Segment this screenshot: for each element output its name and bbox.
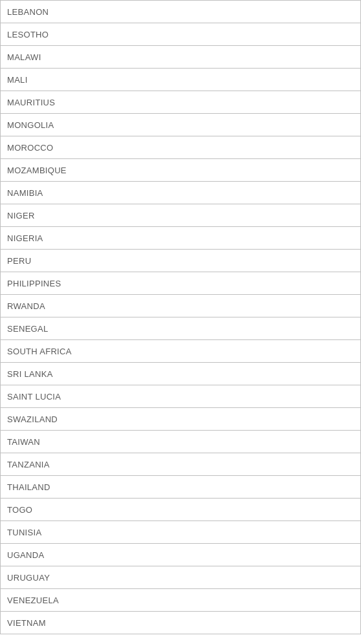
- country-cell: THAILAND: [1, 476, 361, 499]
- table-row: VENEZUELA: [1, 589, 361, 612]
- country-list-body: LEBANON LESOTHO MALAWI MALI MAURITIUS MO…: [1, 1, 361, 634]
- country-cell: MALAWI: [1, 46, 361, 69]
- country-cell: MALI: [1, 69, 361, 91]
- country-cell: SWAZILAND: [1, 408, 361, 431]
- country-cell: NIGERIA: [1, 227, 361, 250]
- table-row: URUGUAY: [1, 566, 361, 589]
- table-row: LESOTHO: [1, 23, 361, 46]
- table-row: MOZAMBIQUE: [1, 159, 361, 182]
- country-cell: TANZANIA: [1, 453, 361, 476]
- country-cell: MOROCCO: [1, 136, 361, 159]
- table-row: SENEGAL: [1, 317, 361, 340]
- table-row: UGANDA: [1, 544, 361, 566]
- table-row: TAIWAN: [1, 431, 361, 453]
- country-cell: LESOTHO: [1, 23, 361, 46]
- table-row: LEBANON: [1, 1, 361, 23]
- table-row: TANZANIA: [1, 453, 361, 476]
- table-row: MAURITIUS: [1, 91, 361, 114]
- country-cell: MOZAMBIQUE: [1, 159, 361, 182]
- country-cell: TAIWAN: [1, 431, 361, 453]
- table-row: SOUTH AFRICA: [1, 340, 361, 363]
- country-cell: MAURITIUS: [1, 91, 361, 114]
- country-cell: URUGUAY: [1, 566, 361, 589]
- country-cell: VENEZUELA: [1, 589, 361, 612]
- country-cell: NAMIBIA: [1, 182, 361, 204]
- country-cell: MONGOLIA: [1, 114, 361, 136]
- table-row: MALAWI: [1, 46, 361, 69]
- table-row: MOROCCO: [1, 136, 361, 159]
- table-row: SWAZILAND: [1, 408, 361, 431]
- country-cell: NIGER: [1, 204, 361, 227]
- table-row: RWANDA: [1, 295, 361, 317]
- country-cell: TOGO: [1, 499, 361, 521]
- table-row: VIETNAM: [1, 612, 361, 634]
- country-cell: LEBANON: [1, 1, 361, 23]
- table-row: NIGERIA: [1, 227, 361, 250]
- table-row: MALI: [1, 69, 361, 91]
- country-cell: SENEGAL: [1, 317, 361, 340]
- country-cell: VIETNAM: [1, 612, 361, 634]
- country-cell: TUNISIA: [1, 521, 361, 544]
- table-row: MONGOLIA: [1, 114, 361, 136]
- table-row: NIGER: [1, 204, 361, 227]
- table-row: THAILAND: [1, 476, 361, 499]
- table-row: NAMIBIA: [1, 182, 361, 204]
- country-cell: UGANDA: [1, 544, 361, 566]
- country-cell: SRI LANKA: [1, 363, 361, 385]
- country-cell: RWANDA: [1, 295, 361, 317]
- country-cell: PERU: [1, 250, 361, 272]
- country-cell: SAINT LUCIA: [1, 385, 361, 408]
- country-cell: SOUTH AFRICA: [1, 340, 361, 363]
- table-row: TOGO: [1, 499, 361, 521]
- country-list-table: LEBANON LESOTHO MALAWI MALI MAURITIUS MO…: [0, 0, 361, 634]
- table-row: PERU: [1, 250, 361, 272]
- country-cell: PHILIPPINES: [1, 272, 361, 295]
- table-row: TUNISIA: [1, 521, 361, 544]
- table-row: PHILIPPINES: [1, 272, 361, 295]
- table-row: SRI LANKA: [1, 363, 361, 385]
- table-row: SAINT LUCIA: [1, 385, 361, 408]
